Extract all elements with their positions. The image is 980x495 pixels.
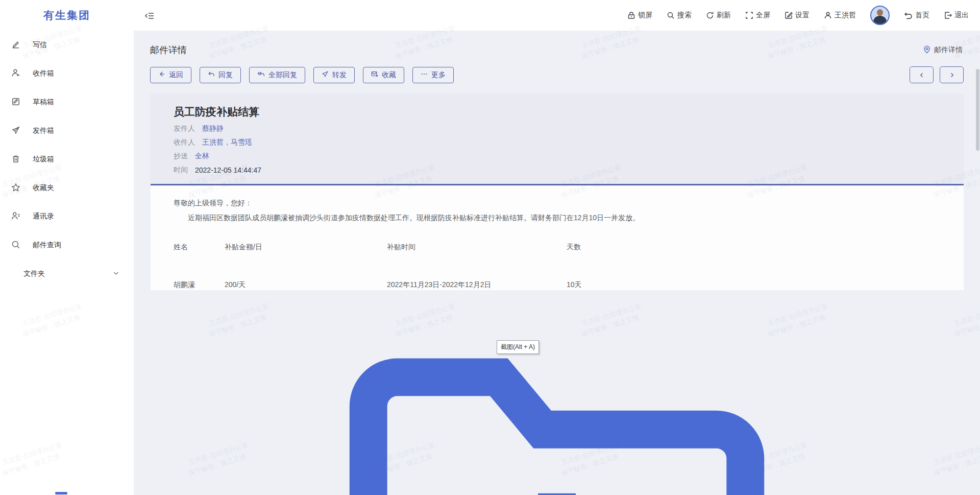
more-icon	[421, 70, 428, 79]
greeting-text: 尊敬的上级领导，您好：	[174, 199, 709, 208]
collect-button[interactable]: 收藏	[363, 67, 404, 83]
sidebar-item-sent[interactable]: 发件箱	[0, 116, 134, 145]
user-avatar[interactable]	[870, 6, 890, 25]
search-button[interactable]: 搜索	[667, 11, 692, 20]
from-label: 发件人	[174, 124, 195, 133]
contacts-icon	[11, 211, 20, 222]
arrow-left-icon	[158, 70, 165, 79]
forward-icon	[322, 70, 329, 79]
inbox-user-icon	[11, 68, 20, 79]
sidebar-collapse-icon[interactable]	[144, 11, 155, 21]
reply-all-icon	[257, 70, 265, 79]
reply-button[interactable]: 回复	[200, 67, 241, 83]
breadcrumb: 邮件详情	[923, 45, 963, 55]
fullscreen-icon	[745, 11, 753, 19]
screenshot-tooltip: 截图(Alt + A)	[497, 340, 539, 354]
brand-logo: 有生集团	[0, 0, 134, 31]
sidebar-scrollbar[interactable]	[55, 492, 67, 494]
draft-icon	[11, 97, 20, 108]
reply-all-button[interactable]: 全部回复	[249, 67, 305, 83]
more-button[interactable]: 更多	[412, 67, 454, 83]
page-title: 邮件详情	[150, 44, 187, 56]
from-value[interactable]: 蔡静静	[202, 124, 224, 133]
sidebar-item-trash[interactable]: 垃圾箱	[0, 145, 134, 174]
to-value[interactable]: 王洪哲，马雪瑶	[202, 138, 252, 147]
mail-subject: 员工防疫补贴结算	[174, 105, 941, 119]
settings-icon	[785, 11, 793, 19]
star-icon	[11, 183, 20, 194]
logout-icon	[944, 11, 952, 19]
top-header: 有生集团 锁屏 搜索 刷新 全屏 设置 王洪哲	[0, 0, 980, 31]
to-label: 收件人	[174, 138, 195, 147]
mail-pager	[910, 66, 964, 83]
time-label: 时间	[174, 166, 188, 175]
reply-icon	[208, 70, 215, 79]
sidebar-item-folders[interactable]: 文件夹	[0, 260, 134, 288]
cc-value[interactable]: 全林	[195, 152, 209, 161]
user-icon	[824, 11, 832, 19]
location-pin-icon	[923, 45, 931, 55]
sidebar-item-mail-query[interactable]: 邮件查询	[0, 231, 134, 260]
sidebar: 写信 收件箱 草稿箱 发件箱 垃圾箱 收藏夹 通讯录 邮件查询 文件夹	[0, 31, 134, 495]
subsidy-table-header: 姓名 补贴金额/日 补贴时间 天数	[174, 243, 709, 252]
lock-screen-button[interactable]: 锁屏	[627, 11, 652, 20]
refresh-button[interactable]: 刷新	[706, 11, 731, 20]
send-plane-icon	[11, 126, 20, 136]
sidebar-item-inbox[interactable]: 收件箱	[0, 59, 134, 88]
back-button[interactable]: 返回	[150, 67, 191, 83]
current-user[interactable]: 王洪哲	[824, 11, 856, 20]
next-mail-button[interactable]	[940, 66, 964, 83]
settings-button[interactable]: 设置	[785, 11, 810, 20]
trash-icon	[11, 154, 20, 165]
logout-button[interactable]: 退出	[944, 11, 969, 20]
pencil-icon	[11, 40, 20, 51]
subsidy-table-row: 胡鹏濠 200/天 2022年11月23日-2022年12月2日 10天	[174, 280, 709, 290]
body-paragraph: 近期福田区数据团队成员胡鹏濠被抽调沙头街道参加疫情数据处理工作。现根据防疫补贴标…	[174, 212, 709, 223]
prev-mail-button[interactable]	[910, 66, 934, 83]
chevron-down-icon[interactable]	[113, 270, 119, 278]
mail-toolbar: 返回 回复 全部回复 转发 收藏 更多	[150, 67, 454, 83]
mail-star-icon	[371, 70, 378, 79]
sidebar-item-favorites[interactable]: 收藏夹	[0, 174, 134, 202]
lock-icon	[627, 11, 635, 19]
search-icon	[11, 240, 20, 251]
vertical-scrollbar[interactable]	[976, 69, 979, 151]
topbar-menu: 锁屏 搜索 刷新 全屏 设置 王洪哲 首页 退出	[627, 0, 969, 31]
fullscreen-button[interactable]: 全屏	[745, 11, 770, 20]
time-value: 2022-12-05 14:44:47	[195, 166, 261, 174]
sidebar-item-compose[interactable]: 写信	[0, 31, 134, 59]
sidebar-item-drafts[interactable]: 草稿箱	[0, 88, 134, 116]
mail-header: 员工防疫补贴结算 发件人 蔡静静 收件人 王洪哲，马雪瑶 抄送 全林 时间 20…	[151, 93, 964, 184]
cc-label: 抄送	[174, 152, 188, 161]
sidebar-item-contacts[interactable]: 通讯录	[0, 202, 134, 231]
refresh-icon	[706, 11, 714, 19]
home-icon	[904, 11, 913, 20]
search-icon	[667, 11, 675, 19]
forward-button[interactable]: 转发	[313, 67, 355, 83]
home-button[interactable]: 首页	[904, 11, 929, 20]
